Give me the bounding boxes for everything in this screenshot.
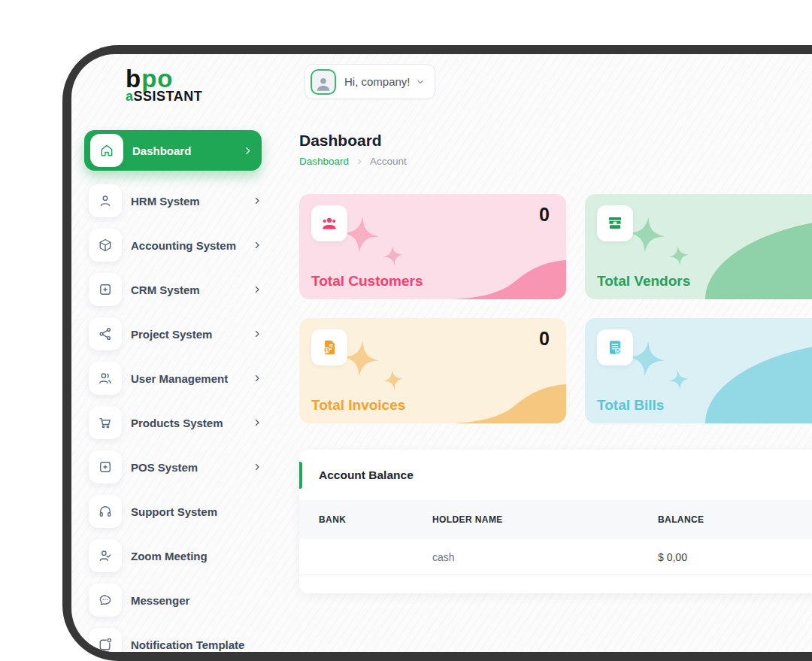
sidebar-item-label: User Management (131, 372, 228, 385)
sidebar-item-zoom-meeting[interactable]: Zoom Meeting (84, 539, 271, 572)
sidebar-item-label: Zoom Meeting (131, 550, 208, 562)
cell-holder: cash (432, 551, 658, 563)
user-menu-button[interactable]: Hi, company! (304, 64, 435, 99)
stat-card-total-bills[interactable]: Total Bills (585, 318, 812, 423)
sidebar-item-pos-system[interactable]: POS System (84, 450, 271, 484)
chevron-right-icon (253, 462, 262, 471)
table-footer-spacer (299, 575, 812, 593)
sidebar-item-label: Accounting System (131, 239, 236, 252)
sidebar: bpo aSSISTANT Dashboard HRM System (71, 54, 282, 652)
sidebar-item-messenger[interactable]: Messenger (84, 584, 271, 617)
chevron-right-icon (253, 196, 262, 205)
chevron-right-icon (356, 158, 363, 165)
account-balance-title: Account Balance (299, 450, 812, 500)
user-greeting: Hi, company! (344, 75, 411, 88)
person-icon (89, 184, 122, 217)
stat-value: 0 (539, 204, 550, 226)
sidebar-item-user-management[interactable]: User Management (84, 362, 271, 395)
square-plus-icon (89, 273, 122, 306)
account-balance-card: Account Balance BANK HOLDER NAME BALANCE… (299, 450, 812, 593)
sidebar-item-products-system[interactable]: Products System (84, 406, 271, 439)
logo-letter-a: a (126, 89, 134, 104)
sidebar-item-project-system[interactable]: Project System (84, 317, 271, 350)
chevron-right-icon (253, 241, 262, 250)
sidebar-item-crm-system[interactable]: CRM System (84, 273, 271, 306)
sparkle-icon (668, 368, 690, 391)
stat-label: Total Customers (311, 273, 423, 290)
stat-label: Total Bills (597, 397, 664, 414)
column-header-holder: HOLDER NAME (432, 514, 658, 525)
accent-bar (299, 462, 302, 489)
wave-shape (453, 384, 566, 423)
sparkle-icon (668, 244, 690, 267)
sidebar-item-label: Products System (131, 417, 223, 429)
logo-wordmark: SSISTANT (134, 89, 203, 104)
storefront-icon (597, 205, 633, 241)
sidebar-item-label: Messenger (131, 594, 189, 607)
breadcrumb: Dashboard Account (299, 156, 407, 167)
table-row: cash $ 0,00 (299, 539, 812, 575)
chevron-right-icon (253, 374, 262, 383)
sidebar-item-label: CRM System (131, 284, 200, 296)
sidebar-item-label: HRM System (131, 195, 200, 208)
bill-check-icon (597, 329, 633, 365)
wave-shape (453, 260, 566, 299)
page-header: Dashboard Dashboard Account (299, 132, 407, 167)
column-header-bank: BANK (299, 514, 432, 525)
stat-cards-grid: 0 Total Customers Total Vendors 0 Total … (299, 194, 812, 423)
chevron-down-icon (416, 77, 425, 86)
users-icon (89, 362, 122, 395)
cube-icon (89, 229, 122, 262)
sidebar-item-notification-template[interactable]: Notification Template (84, 628, 271, 652)
sidebar-item-label: Notification Template (131, 638, 244, 651)
person-check-icon (89, 539, 122, 572)
chevron-right-icon (253, 418, 262, 427)
circle-shape (705, 217, 812, 299)
cart-icon (89, 406, 122, 439)
customers-group-icon (311, 205, 347, 241)
account-balance-table: BANK HOLDER NAME BALANCE cash $ 0,00 (299, 500, 812, 593)
cell-balance: $ 0,00 (658, 551, 812, 563)
app-window: bpo aSSISTANT Dashboard HRM System (71, 54, 812, 652)
brand-logo-bottom: aSSISTANT (126, 89, 202, 103)
brand-logo-top: bpo (126, 66, 202, 91)
sidebar-nav: Dashboard HRM System Accounting System (84, 130, 271, 652)
sidebar-item-label: Project System (131, 328, 212, 341)
chevron-right-icon (253, 285, 262, 294)
stat-card-total-customers[interactable]: 0 Total Customers (299, 194, 566, 299)
chat-bubble-icon (89, 584, 122, 617)
stat-card-total-invoices[interactable]: 0 Total Invoices (299, 318, 566, 423)
brand-logo: bpo aSSISTANT (126, 66, 202, 103)
sidebar-item-label: Support System (131, 505, 217, 518)
stat-label: Total Invoices (311, 397, 405, 414)
breadcrumb-link-dashboard[interactable]: Dashboard (299, 156, 349, 167)
user-avatar-icon (311, 69, 336, 95)
sidebar-item-label: Dashboard (132, 144, 191, 157)
breadcrumb-current-account: Account (370, 156, 407, 167)
sidebar-item-hrm-system[interactable]: HRM System (84, 184, 271, 217)
sparkle-icon (382, 244, 404, 267)
sidebar-item-label: POS System (131, 461, 198, 474)
sidebar-item-dashboard[interactable]: Dashboard (84, 130, 262, 171)
share-network-icon (89, 317, 122, 350)
stat-value: 0 (539, 328, 550, 350)
stat-label: Total Vendors (597, 273, 690, 290)
invoice-icon (311, 329, 347, 365)
sidebar-item-support-system[interactable]: Support System (84, 495, 271, 528)
circle-shape (705, 341, 812, 423)
headphones-icon (89, 495, 122, 528)
square-plus-icon (89, 450, 122, 484)
page-title: Dashboard (299, 132, 407, 150)
sparkle-icon (382, 368, 404, 391)
home-icon (90, 134, 123, 167)
column-header-balance: BALANCE (658, 514, 812, 525)
stat-card-total-vendors[interactable]: Total Vendors (585, 194, 812, 299)
chevron-right-icon (243, 146, 253, 156)
table-header-row: BANK HOLDER NAME BALANCE (299, 500, 812, 539)
chevron-right-icon (253, 329, 262, 338)
sidebar-item-accounting-system[interactable]: Accounting System (84, 229, 271, 262)
